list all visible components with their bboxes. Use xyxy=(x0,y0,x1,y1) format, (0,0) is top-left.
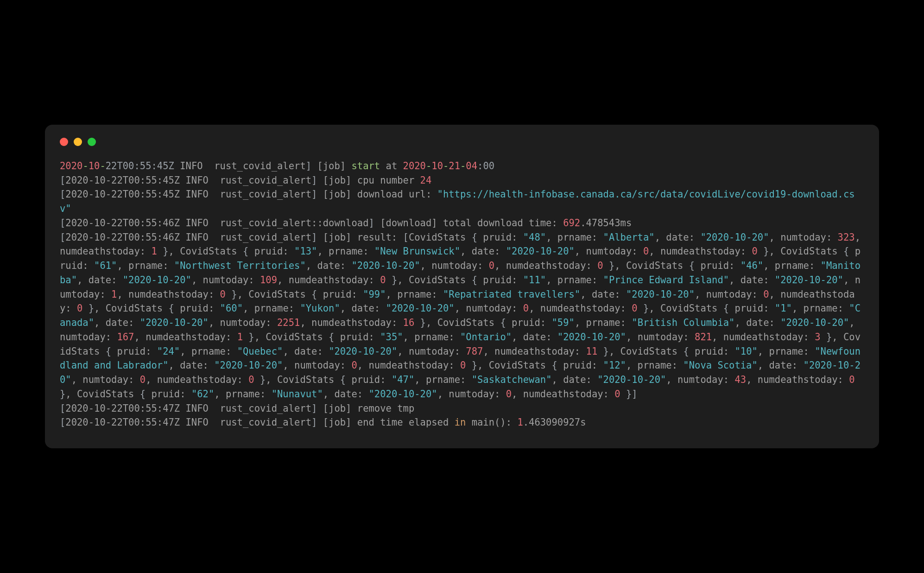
maximize-icon[interactable] xyxy=(88,138,96,146)
terminal-window: 2020-10-22T00:55:45Z INFO rust_covid_ale… xyxy=(45,125,879,448)
window-controls xyxy=(60,138,864,146)
minimize-icon[interactable] xyxy=(74,138,82,146)
close-icon[interactable] xyxy=(60,138,68,146)
terminal-output: 2020-10-22T00:55:45Z INFO rust_covid_ale… xyxy=(60,159,864,430)
